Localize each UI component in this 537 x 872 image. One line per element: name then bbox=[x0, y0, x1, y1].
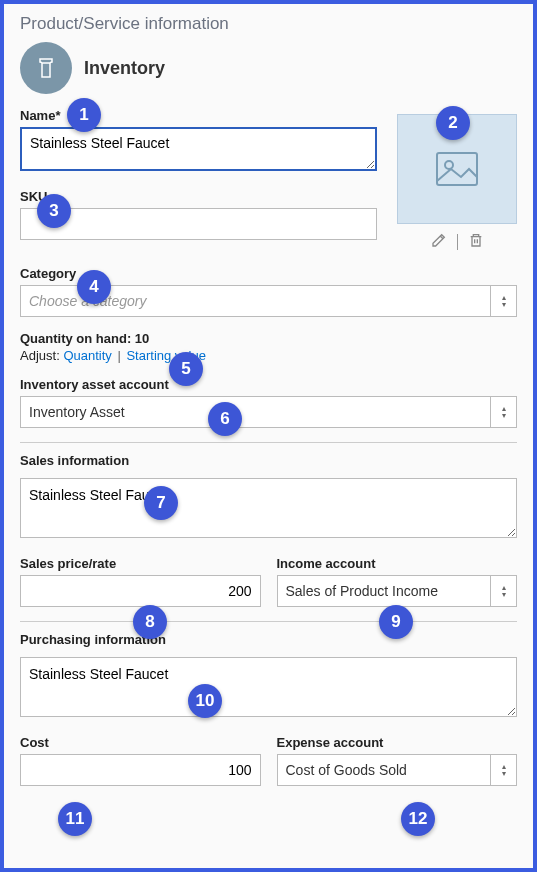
purchasing-desc-input[interactable] bbox=[20, 657, 517, 717]
sku-label: SKU bbox=[20, 189, 377, 204]
asset-label: Inventory asset account bbox=[20, 377, 517, 392]
header-title: Inventory bbox=[84, 58, 165, 79]
adjust-quantity-link[interactable]: Quantity bbox=[63, 348, 111, 363]
income-account-label: Income account bbox=[277, 556, 518, 571]
sku-input[interactable] bbox=[20, 208, 377, 240]
divider bbox=[457, 234, 458, 250]
sales-desc-input[interactable] bbox=[20, 478, 517, 538]
inventory-icon bbox=[20, 42, 72, 94]
marker-8: 8 bbox=[133, 605, 167, 639]
svg-rect-0 bbox=[437, 153, 477, 185]
cost-label: Cost bbox=[20, 735, 261, 750]
marker-5: 5 bbox=[169, 352, 203, 386]
marker-9: 9 bbox=[379, 605, 413, 639]
purchasing-info-label: Purchasing information bbox=[20, 632, 517, 647]
marker-1: 1 bbox=[67, 98, 101, 132]
sales-price-input[interactable] bbox=[20, 575, 261, 607]
divider-line bbox=[20, 621, 517, 622]
income-text: Sales of Product Income bbox=[278, 576, 491, 606]
panel-title: Product/Service information bbox=[20, 14, 517, 34]
pencil-icon[interactable] bbox=[431, 232, 447, 252]
cost-input[interactable] bbox=[20, 754, 261, 786]
chevron-updown-icon[interactable] bbox=[490, 576, 516, 606]
header-row: Inventory bbox=[20, 42, 517, 94]
expense-select[interactable]: Cost of Goods Sold bbox=[277, 754, 518, 786]
name-input[interactable] bbox=[20, 127, 377, 171]
marker-11: 11 bbox=[58, 802, 92, 836]
marker-3: 3 bbox=[37, 194, 71, 228]
expense-text: Cost of Goods Sold bbox=[278, 755, 491, 785]
divider-line bbox=[20, 442, 517, 443]
marker-6: 6 bbox=[208, 402, 242, 436]
chevron-updown-icon[interactable] bbox=[490, 755, 516, 785]
adjust-row: Adjust: Quantity | Starting value bbox=[20, 348, 517, 363]
marker-10: 10 bbox=[188, 684, 222, 718]
marker-2: 2 bbox=[436, 106, 470, 140]
asset-select[interactable]: Inventory Asset bbox=[20, 396, 517, 428]
expense-account-label: Expense account bbox=[277, 735, 518, 750]
income-select[interactable]: Sales of Product Income bbox=[277, 575, 518, 607]
asset-text: Inventory Asset bbox=[21, 397, 490, 427]
qty-on-hand: Quantity on hand: 10 bbox=[20, 331, 517, 346]
marker-4: 4 bbox=[77, 270, 111, 304]
sales-price-label: Sales price/rate bbox=[20, 556, 261, 571]
marker-12: 12 bbox=[401, 802, 435, 836]
chevron-updown-icon[interactable] bbox=[490, 397, 516, 427]
trash-icon[interactable] bbox=[468, 232, 484, 252]
sales-info-label: Sales information bbox=[20, 453, 517, 468]
marker-7: 7 bbox=[144, 486, 178, 520]
svg-point-1 bbox=[445, 161, 453, 169]
chevron-updown-icon[interactable] bbox=[490, 286, 516, 316]
